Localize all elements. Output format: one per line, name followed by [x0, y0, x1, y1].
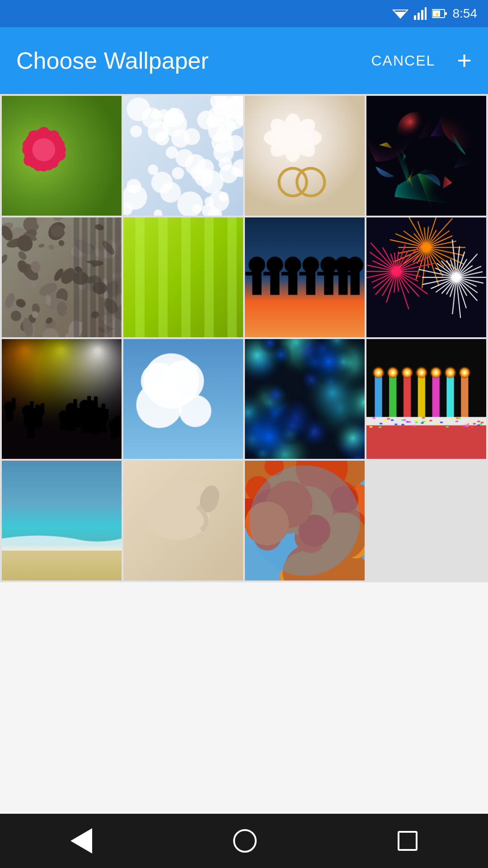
wallpaper-item[interactable]: [366, 96, 486, 216]
svg-rect-3: [418, 13, 420, 20]
recent-apps-icon: [398, 831, 418, 851]
back-icon: [70, 828, 92, 854]
wallpaper-grid: [0, 94, 488, 582]
recent-apps-button[interactable]: [398, 831, 418, 851]
wallpaper-item[interactable]: [123, 461, 243, 580]
wallpaper-item[interactable]: [366, 339, 486, 459]
wallpaper-item[interactable]: [123, 217, 243, 337]
wallpaper-item[interactable]: [245, 217, 365, 337]
wallpaper-item[interactable]: [123, 96, 243, 216]
svg-rect-7: [445, 12, 447, 15]
cancel-button[interactable]: CANCEL: [371, 52, 435, 69]
status-bar: ⚡ 8:54: [0, 0, 488, 27]
wifi-icon: [392, 7, 408, 20]
status-icons: ⚡ 8:54: [392, 6, 478, 21]
home-button[interactable]: [233, 829, 257, 853]
wallpaper-item[interactable]: [245, 461, 365, 580]
svg-text:⚡: ⚡: [434, 11, 440, 17]
svg-rect-2: [414, 15, 416, 20]
svg-marker-0: [395, 12, 406, 18]
wallpaper-item[interactable]: [123, 339, 243, 459]
signal-icon: [414, 7, 427, 20]
svg-rect-4: [421, 10, 423, 20]
wallpaper-item[interactable]: [245, 339, 365, 459]
page-title: Choose Wallpaper: [16, 47, 371, 74]
svg-rect-5: [425, 7, 427, 20]
wallpaper-item[interactable]: [2, 217, 122, 337]
status-time: 8:54: [453, 6, 478, 21]
wallpaper-item[interactable]: [245, 96, 365, 216]
wallpaper-item[interactable]: [2, 339, 122, 459]
app-bar: Choose Wallpaper CANCEL +: [0, 27, 488, 94]
home-icon: [233, 829, 257, 853]
wallpaper-item[interactable]: [2, 96, 122, 216]
wallpaper-item[interactable]: [366, 217, 486, 337]
wallpaper-item[interactable]: [2, 461, 122, 580]
add-wallpaper-button[interactable]: +: [457, 48, 472, 73]
back-button[interactable]: [70, 828, 92, 854]
navigation-bar: [0, 814, 488, 868]
battery-icon: ⚡: [432, 8, 447, 19]
